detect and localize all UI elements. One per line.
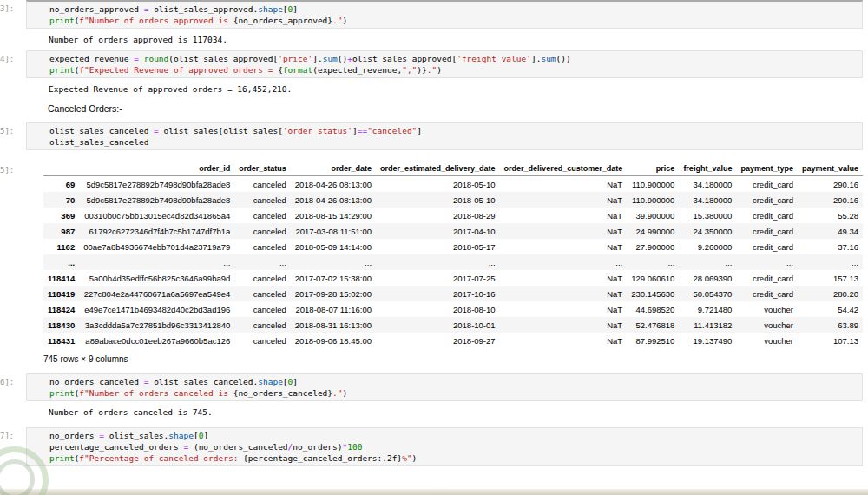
- table-row: 705d9c5817e278892b7498d90bfa28ade8cancel…: [43, 192, 863, 208]
- dataframe-table: order_idorder_statusorder_dateorder_esti…: [43, 162, 863, 348]
- table-cell: canceled: [234, 317, 291, 333]
- table-cell: 9.260000: [679, 239, 736, 254]
- table-cell: 110.900000: [627, 176, 679, 193]
- table-row: 118419227c804e2a44760671a6a5697ea549e4ca…: [43, 286, 863, 301]
- table-cell: 54.42: [798, 301, 863, 317]
- table-row: 118424e49e7ce1471b4693482d40c2bd3ad196ca…: [43, 301, 863, 317]
- code-input[interactable]: expected_revenue = round(olist_sales_app…: [26, 50, 863, 78]
- table-cell: credit_card: [736, 239, 798, 254]
- table-cell: NaT: [500, 333, 628, 348]
- table-cell: canceled: [234, 270, 291, 286]
- table-cell: ...: [798, 254, 863, 270]
- code-cell: 3]:no_orders_approved = olist_sales_appr…: [0, 0, 863, 45]
- table-row: 98761792c6272346d7f4b7c5b1747df7b1acance…: [43, 223, 863, 239]
- markdown-cell[interactable]: Canceled Orders:-: [0, 102, 863, 115]
- table-cell: 2018-09-27: [376, 333, 500, 348]
- table-cell: 2018-10-01: [376, 317, 500, 333]
- code-line: print(f"Number of orders approved is {no…: [49, 15, 858, 26]
- row-index: 118430: [43, 317, 79, 333]
- table-cell: credit_card: [736, 270, 798, 286]
- code-input[interactable]: olist_sales_canceled = olist_sales[olist…: [26, 122, 863, 150]
- input-prompt: 4]:: [0, 50, 26, 65]
- table-cell: 107.13: [798, 333, 863, 348]
- table-cell: credit_card: [736, 176, 798, 193]
- table-cell: 2018-05-10: [376, 192, 500, 208]
- output-prompt: [0, 34, 26, 37]
- table-cell: voucher: [736, 333, 798, 348]
- table-cell: ...: [736, 254, 798, 270]
- code-line: olist_sales_canceled = olist_sales[olist…: [49, 125, 858, 136]
- table-cell: NaT: [500, 176, 628, 193]
- table-cell: canceled: [234, 286, 291, 301]
- table-cell: NaT: [500, 270, 628, 286]
- table-cell: 129.060610: [627, 270, 679, 286]
- table-cell: 2017-07-25: [376, 270, 500, 286]
- table-cell: 157.13: [798, 270, 863, 286]
- table-cell: a89abace0dcc01eeb267a9660b5ac126: [79, 333, 234, 348]
- table-cell: 280.20: [798, 286, 863, 301]
- table-cell: NaT: [500, 208, 628, 223]
- column-header: order_status: [234, 162, 291, 176]
- table-row: 118431a89abace0dcc01eeb267a9660b5ac126ca…: [43, 333, 863, 348]
- table-cell: canceled: [234, 223, 291, 239]
- table-cell: 290.16: [798, 176, 863, 193]
- table-cell: 87.992510: [627, 333, 679, 348]
- table-cell: 2017-07-02 15:38:00: [291, 270, 376, 286]
- code-input[interactable]: no_orders_approved = olist_sales_approve…: [26, 0, 863, 29]
- table-cell: 11.413182: [679, 317, 736, 333]
- table-cell: NaT: [500, 223, 628, 239]
- table-cell: canceled: [234, 301, 291, 317]
- table-row: ..............................: [43, 254, 863, 270]
- table-row: 1184303a3cddda5a7c27851bd96c3313412840ca…: [43, 317, 863, 333]
- table-cell: ...: [679, 254, 736, 270]
- row-index: 118414: [43, 270, 79, 286]
- table-cell: ...: [291, 254, 376, 270]
- table-cell: 55.28: [798, 208, 863, 223]
- output-prompt: [0, 406, 26, 410]
- row-index: 1162: [43, 239, 79, 254]
- column-header: order_date: [291, 162, 376, 176]
- output-prompt: [0, 83, 26, 87]
- table-cell: ...: [627, 254, 679, 270]
- table-cell: 2017-04-10: [376, 223, 500, 239]
- input-prompt: 5]:: [0, 122, 26, 137]
- table-cell: 2017-09-28 15:02:00: [291, 286, 376, 301]
- table-cell: canceled: [234, 333, 291, 348]
- table-cell: 34.180000: [679, 192, 736, 208]
- table-cell: 00310b0c75bb13015ec4d82d341865a4: [79, 208, 234, 223]
- table-cell: 2018-09-06 18:45:00: [291, 333, 376, 348]
- table-cell: ...: [376, 254, 500, 270]
- code-input[interactable]: no_orders_canceled = olist_sales_cancele…: [26, 373, 863, 401]
- input-prompt: [0, 102, 26, 106]
- output-text: Expected Revenue of approved orders = 16…: [49, 83, 863, 95]
- code-input[interactable]: no_orders = olist_sales.shape[0]percenta…: [26, 427, 863, 466]
- table-header-row: order_idorder_statusorder_dateorder_esti…: [43, 162, 863, 176]
- table-cell: NaT: [500, 286, 628, 301]
- table-cell: credit_card: [736, 286, 798, 301]
- table-cell: 24.350000: [679, 223, 736, 239]
- row-index: 987: [43, 223, 79, 239]
- column-header: freight_value: [679, 162, 736, 176]
- input-prompt: 7]:: [0, 427, 26, 442]
- table-cell: NaT: [500, 239, 628, 254]
- table-cell: 2017-03-08 11:51:00: [291, 223, 376, 239]
- table-cell: 37.16: [798, 239, 863, 254]
- table-cell: 52.476818: [627, 317, 679, 333]
- table-cell: 2018-08-31 16:13:00: [291, 317, 376, 333]
- markdown-text: Canceled Orders:-: [48, 102, 863, 115]
- table-cell: canceled: [234, 192, 291, 208]
- table-cell: 49.34: [798, 223, 863, 239]
- code-line: no_orders_approved = olist_sales_approve…: [49, 3, 858, 15]
- code-line: print(f"Number of orders canceled is {no…: [49, 387, 858, 399]
- table-cell: 50.054370: [679, 286, 736, 301]
- table-cell: 24.990000: [627, 223, 679, 239]
- column-header: order_id: [79, 162, 234, 176]
- jupyter-notebook-window: 3]:no_orders_approved = olist_sales_appr…: [0, 0, 868, 495]
- bottom-strip: [0, 489, 868, 495]
- table-cell: voucher: [736, 301, 798, 317]
- column-header: payment_type: [736, 162, 798, 176]
- column-header: [43, 162, 79, 176]
- table-cell: canceled: [234, 239, 291, 254]
- table-cell: 5d9c5817e278892b7498d90bfa28ade8: [79, 192, 234, 208]
- table-cell: 2018-04-26 08:13:00: [291, 176, 376, 193]
